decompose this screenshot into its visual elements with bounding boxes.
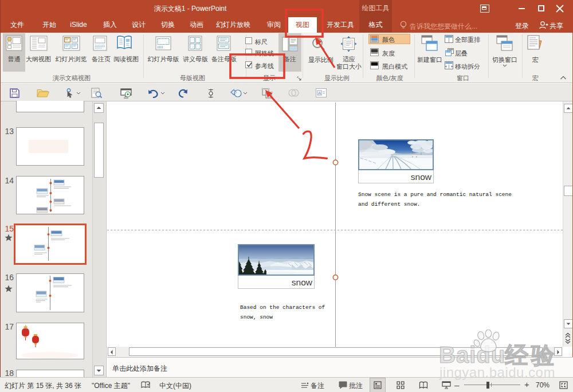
svg-text:A: A <box>318 91 321 96</box>
